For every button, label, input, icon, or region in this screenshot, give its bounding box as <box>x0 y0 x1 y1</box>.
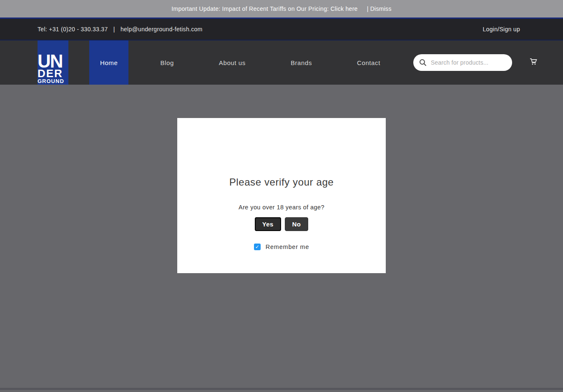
banner-separator: | <box>367 5 369 12</box>
logo-line-2: DER <box>38 69 68 78</box>
search-input[interactable] <box>431 59 506 66</box>
age-question: Are you over 18 years of age? <box>177 204 386 211</box>
nav-menu: Home Blog About us Brands Contact <box>89 40 394 85</box>
cart-icon[interactable] <box>530 58 537 67</box>
dimmed-page-overlay: Please verify your age Are you over 18 y… <box>0 85 563 390</box>
nav-item-contact[interactable]: Contact <box>344 40 394 85</box>
support-email[interactable]: help@underground-fetish.com <box>121 26 203 33</box>
nav-item-brands[interactable]: Brands <box>277 40 325 85</box>
topbar: Tel: +31 (0)20 - 330.33.37 | help@underg… <box>0 19 563 40</box>
banner-dismiss-link[interactable]: Dismiss <box>370 5 392 12</box>
remember-me-checkbox[interactable]: ✓ <box>254 244 261 250</box>
banner-message: Important Update: Impact of Recent Tarif… <box>171 5 329 12</box>
nav-item-about-us[interactable]: About us <box>206 40 259 85</box>
notice-banner: Important Update: Impact of Recent Tarif… <box>0 0 563 19</box>
no-button[interactable]: No <box>285 217 309 231</box>
age-verification-modal: Please verify your age Are you over 18 y… <box>177 118 386 273</box>
logo-line-3: GROUND <box>38 78 68 84</box>
footer-edge <box>0 388 563 390</box>
site-logo[interactable]: UN DER GROUND <box>38 40 68 85</box>
modal-title: Please verify your age <box>177 176 386 188</box>
age-buttons: Yes No <box>177 217 386 231</box>
login-signup-link[interactable]: Login/Sign up <box>483 26 520 33</box>
nav-item-blog[interactable]: Blog <box>147 40 187 85</box>
nav-item-home[interactable]: Home <box>89 40 128 85</box>
logo-line-1: UN <box>38 54 68 69</box>
remember-me-row: ✓ Remember me <box>177 244 386 250</box>
topbar-separator: | <box>113 26 115 33</box>
yes-button[interactable]: Yes <box>255 217 281 231</box>
search-icon[interactable] <box>419 59 427 66</box>
banner-click-here-link[interactable]: Click here <box>330 5 357 12</box>
topbar-contact-info: Tel: +31 (0)20 - 330.33.37 | help@underg… <box>38 26 203 33</box>
main-navigation: UN DER GROUND Home Blog About us Brands … <box>0 40 563 85</box>
phone-number: Tel: +31 (0)20 - 330.33.37 <box>38 26 108 33</box>
product-search <box>413 54 512 71</box>
remember-me-label[interactable]: Remember me <box>266 244 309 250</box>
